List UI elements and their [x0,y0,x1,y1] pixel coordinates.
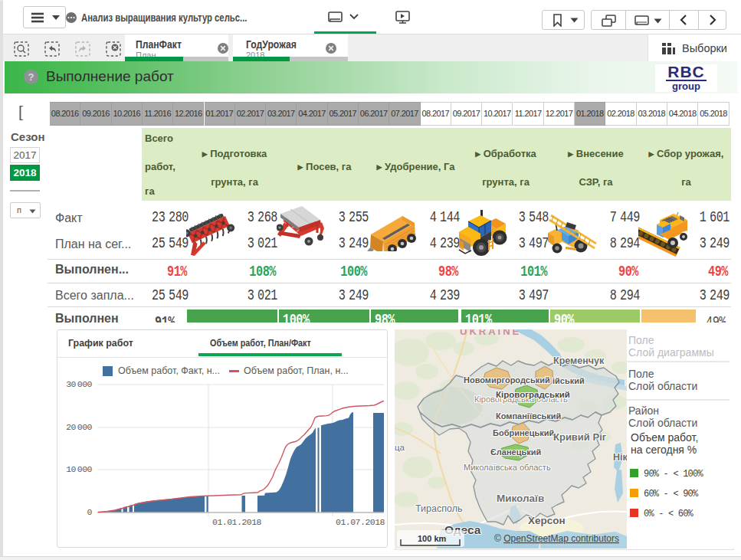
svg-text:90% - < 100%: 90% - < 100% [644,469,703,480]
svg-text:ца: ца [395,443,405,452]
svg-text:Слой области: Слой области [628,380,697,392]
svg-text:Кременчук: Кременчук [553,355,605,366]
svg-text:100 km: 100 km [418,534,447,543]
svg-text:Слой области: Слой области [628,417,697,429]
svg-text:Кіровоградський: Кіровоградський [496,390,570,399]
svg-text:ійський: ійський [552,376,585,385]
svg-text:Слой диаграммы: Слой диаграммы [628,346,714,359]
svg-text:Поле: Поле [628,368,654,380]
svg-text:Миколаївська область: Миколаївська область [464,463,551,472]
svg-text:Район: Район [628,404,659,417]
svg-text:Объем работ,: Объем работ, [631,431,698,444]
svg-text:Миколаїв: Миколаїв [497,493,544,504]
svg-text:UKRAINE: UKRAINE [460,329,521,337]
svg-text:0% - < 60%: 0% - < 60% [644,509,694,519]
svg-text:Поле: Поле [628,334,654,346]
svg-text:60% - < 90%: 60% - < 90% [644,489,699,499]
svg-text:?: ? [28,71,34,83]
svg-text:© OpenStreetMap contributors: © OpenStreetMap contributors [494,533,619,544]
svg-text:Кривий Ріг: Кривий Ріг [553,431,607,443]
svg-text:на сегодня %: на сегодня % [631,444,697,456]
svg-text:Компаніївський: Компаніївський [496,411,561,421]
svg-text:Тирасполь: Тирасполь [415,503,462,514]
svg-text:Єланецький: Єланецький [490,447,541,457]
svg-text:Новомиргородський: Новомиргородський [464,375,550,385]
svg-text:Херсон: Херсон [528,515,566,526]
svg-text:Бобринецький: Бобринецький [493,428,554,437]
